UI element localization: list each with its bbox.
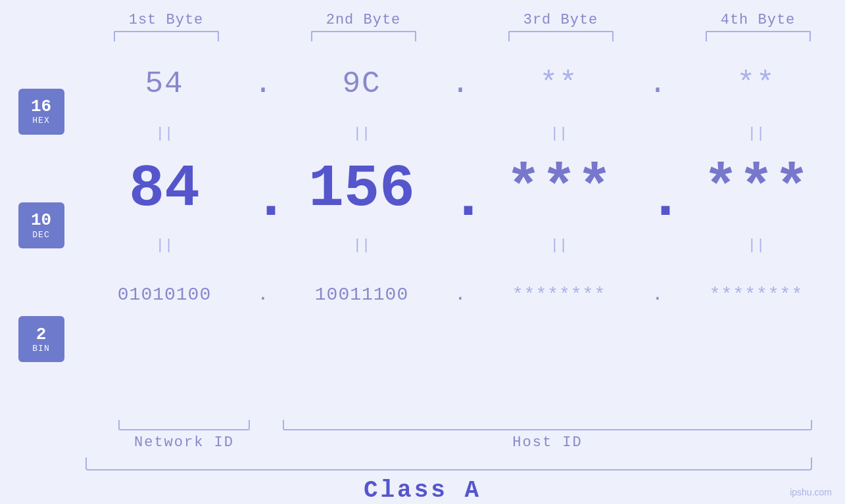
bin-byte2: 10011100 xyxy=(273,285,450,305)
dec-byte3: *** xyxy=(470,160,648,219)
dec-dot1: . xyxy=(253,146,273,233)
dec-row: 84 . 156 . *** . *** xyxy=(76,147,845,232)
badge-column: 16 HEX 10 DEC 2 BIN xyxy=(0,48,76,416)
network-bracket-group xyxy=(85,420,283,430)
bin-byte4: ******** xyxy=(667,285,845,305)
top-bracket-row xyxy=(39,31,845,41)
top-bracket-3 xyxy=(508,31,614,41)
hex-badge-number: 16 xyxy=(31,97,51,116)
sep2-byte4: || xyxy=(667,237,845,254)
hex-dot2: . xyxy=(450,67,470,101)
bin-dot3: . xyxy=(648,285,667,305)
dec-badge-number: 10 xyxy=(31,211,51,230)
label-row: Network ID Host ID xyxy=(85,434,845,451)
header-3rd-byte: 3rd Byte xyxy=(472,12,650,28)
bin-badge: 2 BIN xyxy=(18,316,64,362)
dec-byte4: *** xyxy=(667,160,845,219)
sep1-byte1: || xyxy=(76,126,253,142)
class-label: Class A xyxy=(364,477,481,504)
big-bracket-container xyxy=(85,457,812,470)
dec-byte1: 84 xyxy=(76,160,253,219)
top-bracket-4 xyxy=(706,31,811,41)
network-bottom-bracket xyxy=(118,420,250,430)
bin-dot2: . xyxy=(450,285,470,305)
dec-byte2: 156 xyxy=(273,160,450,219)
dec-badge: 10 DEC xyxy=(18,202,64,248)
bin-byte1: 01010100 xyxy=(76,285,253,305)
bottom-brackets-row xyxy=(85,420,845,430)
host-id-label: Host ID xyxy=(283,434,812,451)
watermark: ipshu.com xyxy=(790,487,832,497)
top-bracket-2 xyxy=(311,31,416,41)
sep1-byte4: || xyxy=(667,126,845,142)
dec-dot2: . xyxy=(450,146,470,233)
hex-dot1: . xyxy=(253,67,273,101)
bin-row: 01010100 . 10011100 . ******** . xyxy=(76,258,845,331)
header-4th-byte: 4th Byte xyxy=(669,12,846,28)
bin-byte3: ******** xyxy=(470,285,648,305)
sep2-byte3: || xyxy=(470,237,648,254)
data-columns: 54 . 9C . ** . ** xyxy=(76,48,845,416)
bin-badge-label: BIN xyxy=(32,344,49,354)
hex-badge: 16 HEX xyxy=(18,89,64,135)
sep-row-1: || || || || xyxy=(76,120,845,147)
hex-byte1: 54 xyxy=(76,67,253,101)
bottom-section: Network ID Host ID Class A xyxy=(0,420,845,504)
network-id-label: Network ID xyxy=(85,434,283,451)
main-container: 1st Byte 2nd Byte 3rd Byte 4th Byte 16 H… xyxy=(0,0,845,504)
header-1st-byte: 1st Byte xyxy=(78,12,255,28)
sep1-byte3: || xyxy=(470,126,648,142)
dec-badge-label: DEC xyxy=(32,230,49,240)
host-bottom-bracket xyxy=(283,420,812,430)
sep1-byte2: || xyxy=(273,126,450,142)
host-bracket-group xyxy=(283,420,812,430)
hex-byte4: ** xyxy=(667,67,845,101)
bin-badge-number: 2 xyxy=(36,325,47,344)
big-bottom-bracket xyxy=(85,457,812,470)
hex-byte2: 9C xyxy=(273,67,450,101)
byte-headers-row: 1st Byte 2nd Byte 3rd Byte 4th Byte xyxy=(39,0,845,28)
class-row: Class A xyxy=(0,477,845,504)
header-2nd-byte: 2nd Byte xyxy=(275,12,452,28)
sep2-byte2: || xyxy=(273,237,450,254)
content-area: 16 HEX 10 DEC 2 BIN 54 . xyxy=(0,48,845,416)
hex-byte3: ** xyxy=(470,67,648,101)
hex-dot3: . xyxy=(648,67,667,101)
dec-dot3: . xyxy=(648,146,667,233)
hex-badge-label: HEX xyxy=(32,116,49,126)
sep-row-2: || || || || xyxy=(76,232,845,258)
top-bracket-1 xyxy=(114,31,219,41)
sep2-byte1: || xyxy=(76,237,253,254)
bin-dot1: . xyxy=(253,285,273,305)
hex-row: 54 . 9C . ** . ** xyxy=(76,48,845,120)
